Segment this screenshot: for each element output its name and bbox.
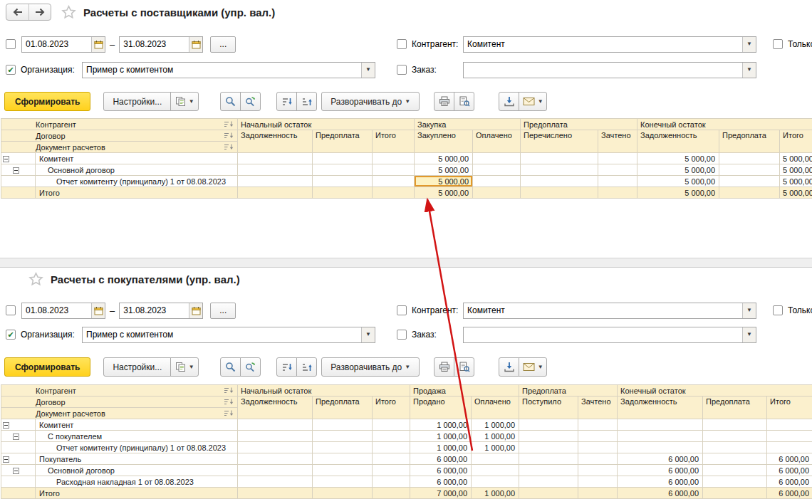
cell[interactable]: 6 000,00 xyxy=(410,476,472,488)
send-email-button[interactable]: ▼ xyxy=(519,357,547,377)
cell[interactable] xyxy=(519,488,578,499)
column-header-contract[interactable]: Договор xyxy=(1,130,238,142)
cell[interactable]: 5 000,00 xyxy=(415,164,473,176)
row-label[interactable]: Основной договор xyxy=(36,465,238,476)
collapse-icon[interactable] xyxy=(3,422,9,429)
cell[interactable] xyxy=(767,431,812,442)
order-value[interactable] xyxy=(464,327,742,342)
cell[interactable] xyxy=(521,187,598,199)
cell[interactable]: 1 000,00 xyxy=(410,419,472,431)
cell[interactable]: 6 000,00 xyxy=(618,465,703,476)
row-label[interactable]: Расходная накладная 1 от 08.08.2023 xyxy=(36,476,238,488)
counterparty-checkbox[interactable] xyxy=(397,305,407,315)
column-header[interactable]: Перечислено xyxy=(521,130,598,153)
cell[interactable] xyxy=(519,442,578,453)
cell[interactable] xyxy=(373,442,410,453)
cell[interactable]: 5 000,00 xyxy=(637,187,719,199)
cell[interactable] xyxy=(238,465,313,476)
cell[interactable] xyxy=(373,488,410,499)
settings-button[interactable]: Настройки... xyxy=(103,92,171,111)
table-row[interactable]: Отчет комитенту (принципалу) 1 от 08.08.… xyxy=(1,442,812,453)
only-checkbox[interactable] xyxy=(773,39,783,49)
calendar-button[interactable] xyxy=(189,37,202,52)
collapse-icon[interactable] xyxy=(13,468,19,474)
column-header[interactable]: Задолженность xyxy=(637,130,719,153)
column-header[interactable]: Предоплата xyxy=(703,397,767,419)
cell[interactable] xyxy=(703,488,767,499)
cell[interactable] xyxy=(313,476,373,488)
order-checkbox[interactable] xyxy=(397,65,407,75)
cell[interactable] xyxy=(618,419,703,431)
column-header[interactable]: Итого xyxy=(373,397,410,419)
group-header[interactable]: Предоплата xyxy=(521,119,637,130)
column-header-counterparty[interactable]: Контрагент xyxy=(1,119,238,130)
period-more-button[interactable]: ... xyxy=(210,36,236,53)
cell[interactable] xyxy=(703,431,767,442)
cell[interactable] xyxy=(238,419,313,431)
cell[interactable] xyxy=(703,453,767,465)
group-header[interactable]: Продажа xyxy=(410,385,519,397)
find-reset-button[interactable] xyxy=(240,357,261,377)
cell[interactable] xyxy=(313,419,373,431)
favorite-star-icon[interactable] xyxy=(28,272,43,286)
column-header[interactable]: Предоплата xyxy=(313,397,373,419)
find-button[interactable] xyxy=(220,92,241,111)
sort-icon[interactable] xyxy=(224,398,234,406)
collapse-icon[interactable] xyxy=(3,156,9,162)
cell[interactable]: 6 000,00 xyxy=(767,465,812,476)
dropdown-button[interactable]: ▼ xyxy=(742,63,756,78)
cell[interactable] xyxy=(519,476,578,488)
print-preview-button[interactable] xyxy=(454,357,474,377)
sort-icon[interactable] xyxy=(224,132,234,140)
column-header[interactable]: Оплачено xyxy=(472,397,519,419)
dropdown-button[interactable]: ▼ xyxy=(361,63,375,78)
collapse-icon[interactable] xyxy=(3,456,9,463)
column-header[interactable]: Поступило xyxy=(519,397,578,419)
generate-button[interactable]: Сформировать xyxy=(4,357,90,377)
row-label[interactable]: С покупателем xyxy=(36,431,238,442)
date-to-value[interactable]: 31.08.2023 xyxy=(120,303,189,318)
cell[interactable]: 6 000,00 xyxy=(618,453,703,465)
cell[interactable] xyxy=(578,419,618,431)
cell[interactable]: 6 000,00 xyxy=(767,488,812,499)
cell[interactable] xyxy=(703,419,767,431)
cell[interactable] xyxy=(238,187,313,199)
cell[interactable] xyxy=(472,476,519,488)
cell[interactable] xyxy=(767,419,812,431)
organization-field[interactable]: Пример с комитентом ▼ xyxy=(82,327,375,343)
cell[interactable] xyxy=(519,453,578,465)
cell[interactable]: 6 000,00 xyxy=(410,465,472,476)
table-row[interactable]: Основной договор 5 000,00 5 000,00 5 000… xyxy=(1,164,812,176)
cell[interactable] xyxy=(578,465,618,476)
cell[interactable]: 6 000,00 xyxy=(618,488,703,499)
column-header[interactable]: Задолженность xyxy=(238,130,313,153)
cell[interactable] xyxy=(313,453,373,465)
dropdown-button[interactable]: ▼ xyxy=(742,37,756,52)
cell[interactable]: 6 000,00 xyxy=(767,476,812,488)
cell[interactable] xyxy=(521,176,598,187)
column-header[interactable]: Итого xyxy=(780,130,812,153)
cell[interactable] xyxy=(578,476,618,488)
send-email-button[interactable]: ▼ xyxy=(519,92,547,111)
column-header[interactable]: Зачтено xyxy=(578,397,618,419)
sort-icon[interactable] xyxy=(224,409,234,417)
cell[interactable] xyxy=(618,431,703,442)
cell[interactable] xyxy=(473,164,521,176)
cell[interactable]: 5 000,00 xyxy=(780,176,812,187)
cell[interactable] xyxy=(473,153,521,164)
print-preview-button[interactable] xyxy=(454,92,474,111)
cell[interactable] xyxy=(719,153,780,164)
column-header-contract[interactable]: Договор xyxy=(1,397,238,408)
cell[interactable] xyxy=(373,465,410,476)
cell[interactable] xyxy=(313,164,373,176)
find-reset-button[interactable] xyxy=(240,92,261,111)
find-button[interactable] xyxy=(220,357,241,377)
cell[interactable] xyxy=(473,187,521,199)
period-checkbox[interactable] xyxy=(6,39,16,49)
column-header[interactable]: Продано xyxy=(410,397,472,419)
dropdown-button[interactable]: ▼ xyxy=(742,303,756,318)
column-header[interactable]: Задолженность xyxy=(618,397,703,419)
cell[interactable] xyxy=(472,453,519,465)
order-checkbox[interactable] xyxy=(397,330,407,340)
row-label[interactable]: Итого xyxy=(36,187,238,199)
